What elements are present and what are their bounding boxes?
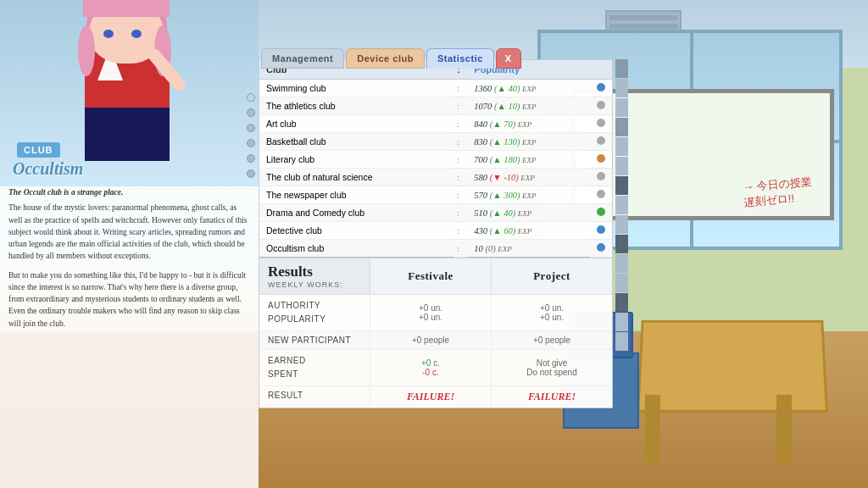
dot xyxy=(597,101,605,109)
side-indicator xyxy=(615,176,628,195)
results-row-earned: EarnedSpent +0 c. -0 c. Not give Do not … xyxy=(259,350,612,386)
table-row: The club of natural science : 580 (▼ -10… xyxy=(259,169,612,186)
side-indicator xyxy=(615,59,628,78)
tab-management[interactable]: Management xyxy=(261,48,344,69)
row-val-result-project: FAILURE! xyxy=(491,386,612,408)
side-indicator xyxy=(615,235,628,253)
table-row: The athletics club : 1070 (▲ 10) EXP xyxy=(259,97,612,115)
side-indicator xyxy=(615,313,628,331)
row-val-earned-project: Not give Do not spend xyxy=(491,350,612,385)
nav-dots xyxy=(247,93,255,178)
table-row: Literary club : 700 (▲ 180) EXP xyxy=(259,151,612,169)
side-indicator xyxy=(615,254,628,273)
side-indicator xyxy=(615,157,628,175)
results-header: Results Weekly works: xyxy=(259,258,370,294)
table-row: Drama and Comedy club : 510 (▲ 40) EXP xyxy=(259,204,612,222)
dot xyxy=(597,119,605,127)
character-sprite xyxy=(68,8,186,161)
th-dot xyxy=(590,60,612,80)
row-val-result-festivale: FAILURE! xyxy=(370,386,491,408)
side-indicators xyxy=(615,59,628,351)
dot xyxy=(597,154,605,163)
dot xyxy=(597,172,605,180)
dot xyxy=(597,225,605,234)
results-section: Results Weekly works: Festivale Project … xyxy=(259,258,613,408)
tab-device[interactable]: Device club xyxy=(346,48,425,69)
side-indicator xyxy=(615,274,628,292)
desk-leg-1 xyxy=(776,395,792,463)
desk xyxy=(637,320,828,413)
row-label-result: Result xyxy=(259,386,370,408)
row-val-part-festivale: +0 people xyxy=(370,331,491,349)
club-name-cell: Swimming club xyxy=(259,80,453,97)
dot xyxy=(597,83,605,92)
table-row: Art club : 840 (▲ 70) EXP xyxy=(259,115,612,133)
table-row: Detective club : 430 (▲ 60) EXP xyxy=(259,222,612,240)
side-indicator xyxy=(615,293,628,312)
dot xyxy=(597,190,605,198)
side-indicator xyxy=(615,98,628,117)
main-container: Club : Popularity Swimming club : 1360 (… xyxy=(259,59,613,408)
side-indicator xyxy=(615,215,628,234)
side-indicator xyxy=(615,137,628,156)
club-table-panel: Club : Popularity Swimming club : 1360 (… xyxy=(259,59,613,258)
club-table: Club : Popularity Swimming club : 1360 (… xyxy=(259,60,612,258)
results-col-festivale: Festivale xyxy=(370,258,491,294)
club-table-body: Swimming club : 1360 (▲ 40) EXP The athl… xyxy=(259,80,612,258)
results-row-participant: New participant +0 people +0 people xyxy=(259,331,612,350)
description: The Occult club is a strange place. The … xyxy=(8,186,250,330)
row-label-authority: AuthorityPopularity xyxy=(259,295,370,330)
row-val-auth-project: +0 un.+0 un. xyxy=(491,295,612,330)
table-row: Basketball club : 830 (▲ 130) EXP xyxy=(259,133,612,151)
results-header-row: Results Weekly works: Festivale Project xyxy=(259,258,612,295)
row-label-earned: EarnedSpent xyxy=(259,350,370,385)
results-col-project: Project xyxy=(491,258,612,294)
row-val-earned-festivale: +0 c. -0 c. xyxy=(370,350,491,385)
dot xyxy=(597,243,605,252)
popularity-cell: 1360 (▲ 40) EXP xyxy=(467,80,590,97)
desk-leg-2 xyxy=(645,395,660,463)
dot xyxy=(597,208,605,216)
table-row: The newspaper club : 570 (▲ 300) EXP xyxy=(259,186,612,204)
club-name: Occultism xyxy=(13,159,83,179)
tab-close[interactable]: X xyxy=(496,48,521,69)
results-row-result: Result FAILURE! FAILURE! xyxy=(259,386,612,408)
tabs: Management Device club Statisctic X xyxy=(261,48,521,69)
row-label-participant: New participant xyxy=(259,331,370,349)
left-panel: CLUB Occultism The Occult club is a stra… xyxy=(0,0,259,488)
side-indicator xyxy=(615,118,628,136)
row-val-part-project: +0 people xyxy=(491,331,612,349)
results-title: Results xyxy=(268,263,361,280)
results-row-authority: AuthorityPopularity +0 un.+0 un. +0 un.+… xyxy=(259,295,612,331)
club-badge: CLUB xyxy=(17,142,60,158)
dot xyxy=(597,136,605,145)
side-indicator xyxy=(615,79,628,97)
side-indicator xyxy=(615,196,628,214)
row-val-auth-festivale: +0 un.+0 un. xyxy=(370,295,491,330)
table-row: Occultism club : 10 (0) EXP xyxy=(259,240,612,258)
character-area: CLUB Occultism xyxy=(0,0,259,186)
results-subtitle: Weekly works: xyxy=(268,280,361,289)
table-row: Swimming club : 1360 (▲ 40) EXP xyxy=(259,80,612,97)
side-indicator xyxy=(615,332,628,351)
tab-stats[interactable]: Statisctic xyxy=(426,48,494,69)
